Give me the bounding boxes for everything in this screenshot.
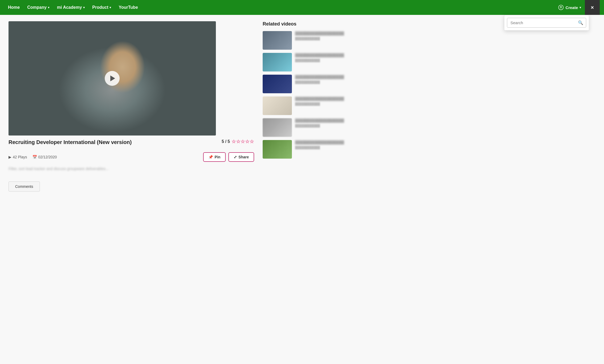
- related-info-6: ████████████████████ ████████████: [295, 140, 364, 149]
- action-buttons: 📌 Pin ⤢ Share: [203, 152, 254, 162]
- video-stats: ▶ 42 Plays 📅 02/12/2020: [9, 155, 57, 159]
- related-thumb-3: [263, 75, 292, 93]
- related-info-1: ████████████████████ ████████████: [295, 31, 364, 40]
- related-thumb-4: [263, 96, 292, 115]
- navbar: Home Company ▾ mi Academy ▾ Product ▾ Yo…: [0, 0, 604, 15]
- search-box: 🔍: [507, 18, 586, 28]
- related-info-4: ████████████████████ ████████████: [295, 96, 364, 105]
- company-chevron-icon: ▾: [48, 6, 49, 9]
- video-player[interactable]: [9, 21, 216, 136]
- calendar-icon: 📅: [32, 155, 37, 159]
- search-input[interactable]: [507, 18, 575, 27]
- pin-button[interactable]: 📌 Pin: [203, 152, 226, 162]
- related-thumb-5: [263, 118, 292, 137]
- related-item-3[interactable]: ████████████████████ ████████████: [263, 75, 364, 93]
- nav-create-button[interactable]: Create ▾: [554, 0, 585, 15]
- mi-academy-chevron-icon: ▾: [83, 6, 85, 9]
- related-thumb-2: [263, 53, 292, 71]
- share-icon: ⤢: [234, 155, 237, 159]
- related-info-3: ████████████████████ ████████████: [295, 75, 364, 84]
- video-description: Filter, sort lead tracker and discuss gr…: [9, 167, 254, 171]
- related-sub-1: ████████████: [295, 37, 364, 40]
- related-sub-2: ████████████: [295, 59, 364, 62]
- play-button[interactable]: [105, 71, 120, 86]
- related-name-5: ████████████████████: [295, 118, 364, 123]
- nav-product[interactable]: Product ▾: [89, 0, 115, 15]
- play-count-icon: ▶: [9, 155, 11, 159]
- related-name-2: ████████████████████: [295, 53, 364, 58]
- rating-section: 5 / 5 ☆☆☆☆☆: [222, 139, 254, 145]
- plays-stat: ▶ 42 Plays: [9, 155, 27, 159]
- related-name-4: ████████████████████: [295, 96, 364, 101]
- comments-button[interactable]: Comments: [9, 181, 40, 192]
- related-thumb-1: [263, 31, 292, 50]
- related-item-5[interactable]: ████████████████████ ████████████: [263, 118, 364, 137]
- related-item-4[interactable]: ████████████████████ ████████████: [263, 96, 364, 115]
- related-sub-3: ████████████: [295, 81, 364, 84]
- related-item-2[interactable]: ████████████████████ ████████████: [263, 53, 364, 71]
- content-area: Recruiting Developer International (New …: [0, 15, 372, 198]
- search-button[interactable]: 🔍: [575, 18, 586, 27]
- product-chevron-icon: ▾: [110, 6, 111, 9]
- related-section: Related videos ████████████████████ ████…: [263, 21, 364, 192]
- related-list: ████████████████████ ████████████ ██████…: [263, 31, 364, 159]
- nav-company[interactable]: Company ▾: [23, 0, 53, 15]
- search-dropdown: 🔍: [504, 15, 589, 31]
- search-icon: 🔍: [578, 20, 583, 25]
- create-chevron-icon: ▾: [580, 6, 581, 9]
- related-item-6[interactable]: ████████████████████ ████████████: [263, 140, 364, 159]
- video-section: Recruiting Developer International (New …: [9, 21, 254, 192]
- nav-mi-academy[interactable]: mi Academy ▾: [53, 0, 89, 15]
- related-sub-6: ████████████: [295, 146, 364, 149]
- video-meta-row: Recruiting Developer International (New …: [9, 136, 254, 147]
- video-title: Recruiting Developer International (New …: [9, 139, 132, 145]
- related-info-2: ████████████████████ ████████████: [295, 53, 364, 62]
- related-name-3: ████████████████████: [295, 75, 364, 79]
- date-stat: 📅 02/12/2020: [32, 155, 57, 159]
- upload-icon: [558, 5, 564, 10]
- related-thumb-6: [263, 140, 292, 159]
- related-sub-5: ████████████: [295, 124, 364, 127]
- nav-home[interactable]: Home: [4, 0, 23, 15]
- related-videos-title: Related videos: [263, 21, 364, 27]
- related-name-1: ████████████████████: [295, 31, 364, 36]
- nav-youtube[interactable]: YourTube: [115, 0, 141, 15]
- related-sub-4: ████████████: [295, 102, 364, 105]
- share-button[interactable]: ⤢ Share: [228, 152, 254, 162]
- related-info-5: ████████████████████ ████████████: [295, 118, 364, 127]
- close-button[interactable]: ×: [585, 0, 600, 15]
- related-name-6: ████████████████████: [295, 140, 364, 145]
- related-item-1[interactable]: ████████████████████ ████████████: [263, 31, 364, 50]
- pin-icon: 📌: [208, 155, 213, 159]
- star-rating[interactable]: ☆☆☆☆☆: [232, 139, 254, 145]
